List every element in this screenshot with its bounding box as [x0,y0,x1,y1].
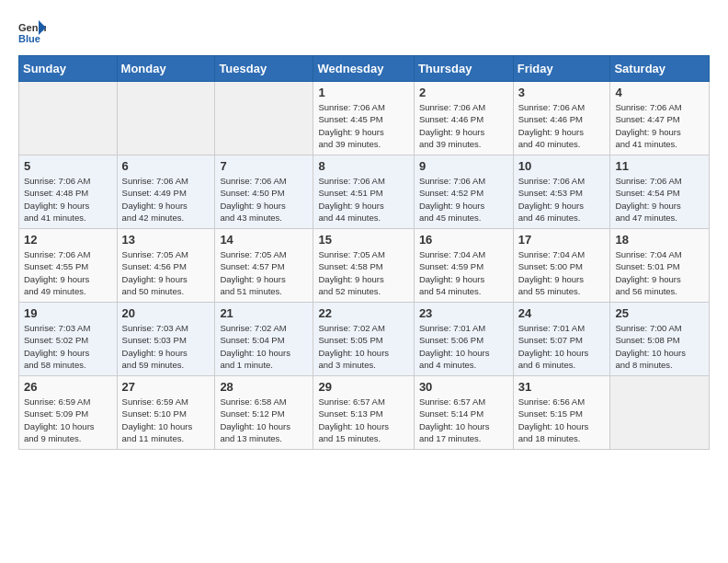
calendar-cell: 22Sunrise: 7:02 AM Sunset: 5:05 PM Dayli… [313,303,414,376]
day-number: 5 [24,159,112,173]
day-number: 2 [419,86,508,99]
day-info: Sunrise: 7:04 AM Sunset: 5:00 PM Dayligh… [518,248,606,297]
weekday-header-row: SundayMondayTuesdayWednesdayThursdayFrid… [19,56,710,82]
weekday-header: Friday [513,56,610,82]
day-number: 27 [122,380,210,394]
weekday-header: Thursday [414,56,513,82]
day-info: Sunrise: 7:06 AM Sunset: 4:55 PM Dayligh… [24,248,112,297]
day-number: 25 [615,306,704,320]
calendar-cell: 25Sunrise: 7:00 AM Sunset: 5:08 PM Dayli… [610,303,710,376]
calendar-cell: 10Sunrise: 7:06 AM Sunset: 4:53 PM Dayli… [513,155,610,229]
day-info: Sunrise: 7:06 AM Sunset: 4:51 PM Dayligh… [318,175,408,224]
weekday-header: Saturday [610,56,710,82]
day-info: Sunrise: 7:06 AM Sunset: 4:47 PM Dayligh… [615,101,704,150]
calendar-cell: 12Sunrise: 7:06 AM Sunset: 4:55 PM Dayli… [19,229,118,303]
day-info: Sunrise: 6:57 AM Sunset: 5:13 PM Dayligh… [318,396,408,444]
day-info: Sunrise: 7:03 AM Sunset: 5:02 PM Dayligh… [24,322,112,371]
day-info: Sunrise: 7:04 AM Sunset: 5:01 PM Dayligh… [615,248,704,297]
calendar-cell: 13Sunrise: 7:05 AM Sunset: 4:56 PM Dayli… [117,229,215,303]
day-number: 12 [24,233,112,247]
weekday-header: Tuesday [215,56,313,82]
day-info: Sunrise: 7:01 AM Sunset: 5:07 PM Dayligh… [518,322,606,371]
page-header: General Blue [18,18,710,46]
calendar-cell: 28Sunrise: 6:58 AM Sunset: 5:12 PM Dayli… [215,376,313,450]
calendar-cell: 26Sunrise: 6:59 AM Sunset: 5:09 PM Dayli… [19,376,118,450]
day-number: 1 [318,86,408,99]
calendar-cell: 27Sunrise: 6:59 AM Sunset: 5:10 PM Dayli… [117,376,215,450]
day-info: Sunrise: 7:06 AM Sunset: 4:54 PM Dayligh… [615,175,704,224]
calendar-cell: 11Sunrise: 7:06 AM Sunset: 4:54 PM Dayli… [610,155,710,229]
calendar-week-row: 26Sunrise: 6:59 AM Sunset: 5:09 PM Dayli… [19,376,710,450]
day-number: 26 [24,380,112,394]
day-number: 31 [518,380,606,394]
day-number: 17 [518,233,606,247]
svg-text:Blue: Blue [18,33,40,44]
calendar-cell: 2Sunrise: 7:06 AM Sunset: 4:46 PM Daylig… [414,82,513,155]
day-number: 15 [318,233,408,247]
calendar-cell: 23Sunrise: 7:01 AM Sunset: 5:06 PM Dayli… [414,303,513,376]
day-info: Sunrise: 7:06 AM Sunset: 4:52 PM Dayligh… [419,175,508,224]
day-number: 10 [518,159,606,173]
calendar-cell: 31Sunrise: 6:56 AM Sunset: 5:15 PM Dayli… [513,376,610,450]
day-number: 13 [122,233,210,247]
calendar-cell: 30Sunrise: 6:57 AM Sunset: 5:14 PM Dayli… [414,376,513,450]
day-number: 29 [318,380,408,394]
day-number: 21 [220,306,308,320]
day-info: Sunrise: 7:04 AM Sunset: 4:59 PM Dayligh… [419,248,508,297]
calendar-cell [117,82,215,155]
logo: General Blue [18,18,46,46]
day-info: Sunrise: 7:05 AM Sunset: 4:56 PM Dayligh… [122,248,210,297]
calendar-cell: 6Sunrise: 7:06 AM Sunset: 4:49 PM Daylig… [117,155,215,229]
day-info: Sunrise: 7:05 AM Sunset: 4:58 PM Dayligh… [318,248,408,297]
day-number: 11 [615,159,704,173]
calendar-cell: 17Sunrise: 7:04 AM Sunset: 5:00 PM Dayli… [513,229,610,303]
calendar-table: SundayMondayTuesdayWednesdayThursdayFrid… [18,55,710,450]
day-info: Sunrise: 7:06 AM Sunset: 4:49 PM Dayligh… [122,175,210,224]
day-number: 6 [122,159,210,173]
day-number: 14 [220,233,308,247]
day-number: 22 [318,306,408,320]
day-info: Sunrise: 7:06 AM Sunset: 4:48 PM Dayligh… [24,175,112,224]
calendar-cell: 19Sunrise: 7:03 AM Sunset: 5:02 PM Dayli… [19,303,118,376]
day-info: Sunrise: 7:06 AM Sunset: 4:45 PM Dayligh… [318,101,408,150]
weekday-header: Monday [117,56,215,82]
day-number: 16 [419,233,508,247]
day-number: 4 [615,86,704,99]
calendar-cell [19,82,118,155]
calendar-week-row: 12Sunrise: 7:06 AM Sunset: 4:55 PM Dayli… [19,229,710,303]
calendar-cell: 21Sunrise: 7:02 AM Sunset: 5:04 PM Dayli… [215,303,313,376]
day-number: 3 [518,86,606,99]
day-number: 30 [419,380,508,394]
day-info: Sunrise: 7:00 AM Sunset: 5:08 PM Dayligh… [615,322,704,371]
day-info: Sunrise: 6:59 AM Sunset: 5:09 PM Dayligh… [24,396,112,444]
day-number: 28 [220,380,308,394]
calendar-cell: 1Sunrise: 7:06 AM Sunset: 4:45 PM Daylig… [313,82,414,155]
day-info: Sunrise: 7:05 AM Sunset: 4:57 PM Dayligh… [220,248,308,297]
calendar-cell: 8Sunrise: 7:06 AM Sunset: 4:51 PM Daylig… [313,155,414,229]
day-info: Sunrise: 7:06 AM Sunset: 4:46 PM Dayligh… [518,101,606,150]
day-info: Sunrise: 6:56 AM Sunset: 5:15 PM Dayligh… [518,396,606,444]
day-number: 8 [318,159,408,173]
day-number: 23 [419,306,508,320]
logo-icon: General Blue [18,18,46,46]
weekday-header: Wednesday [313,56,414,82]
weekday-header: Sunday [19,56,118,82]
calendar-cell: 5Sunrise: 7:06 AM Sunset: 4:48 PM Daylig… [19,155,118,229]
calendar-cell: 4Sunrise: 7:06 AM Sunset: 4:47 PM Daylig… [610,82,710,155]
day-info: Sunrise: 7:06 AM Sunset: 4:46 PM Dayligh… [419,101,508,150]
calendar-week-row: 5Sunrise: 7:06 AM Sunset: 4:48 PM Daylig… [19,155,710,229]
day-info: Sunrise: 7:01 AM Sunset: 5:06 PM Dayligh… [419,322,508,371]
calendar-cell: 18Sunrise: 7:04 AM Sunset: 5:01 PM Dayli… [610,229,710,303]
calendar-cell: 15Sunrise: 7:05 AM Sunset: 4:58 PM Dayli… [313,229,414,303]
calendar-cell: 29Sunrise: 6:57 AM Sunset: 5:13 PM Dayli… [313,376,414,450]
calendar-week-row: 1Sunrise: 7:06 AM Sunset: 4:45 PM Daylig… [19,82,710,155]
calendar-cell: 9Sunrise: 7:06 AM Sunset: 4:52 PM Daylig… [414,155,513,229]
day-number: 24 [518,306,606,320]
day-number: 18 [615,233,704,247]
day-number: 7 [220,159,308,173]
calendar-cell [215,82,313,155]
calendar-cell: 16Sunrise: 7:04 AM Sunset: 4:59 PM Dayli… [414,229,513,303]
day-info: Sunrise: 7:02 AM Sunset: 5:05 PM Dayligh… [318,322,408,371]
calendar-week-row: 19Sunrise: 7:03 AM Sunset: 5:02 PM Dayli… [19,303,710,376]
calendar-cell: 24Sunrise: 7:01 AM Sunset: 5:07 PM Dayli… [513,303,610,376]
